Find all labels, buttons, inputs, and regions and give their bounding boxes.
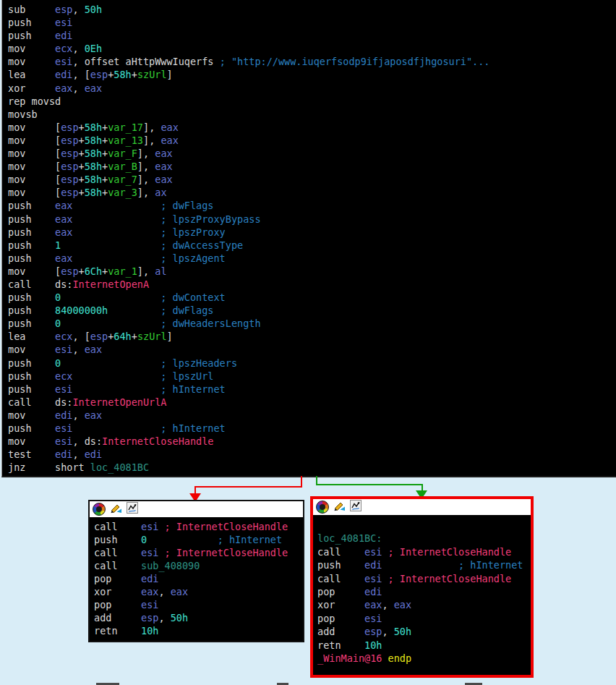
code-line[interactable]: loc_4081BC: [317, 532, 531, 545]
basic-block-main[interactable]: sub esp, 50hpush esipush edimov ecx, 0Eh… [1, 0, 616, 477]
code-line[interactable]: push 0 ; dwContext [8, 291, 616, 304]
edge-false-branch-h [194, 486, 302, 488]
code-line[interactable]: call esi ; InternetCloseHandle [94, 546, 303, 559]
basic-block-loc-4081BC-selected[interactable]: loc_4081BC:call esi ; InternetCloseHandl… [310, 496, 534, 678]
code-line[interactable]: push edi [8, 29, 616, 42]
code-line[interactable]: rep movsd [8, 95, 616, 108]
code-line[interactable]: push 0 ; lpszHeaders [8, 357, 616, 370]
group-node-icon[interactable] [127, 502, 138, 516]
code-line[interactable]: push eax ; lpszProxyBypass [8, 213, 616, 226]
disassembly-code-fallthrough: call esi ; InternetCloseHandlepush 0 ; h… [90, 518, 303, 641]
node-titlebar[interactable] [313, 499, 531, 516]
code-line[interactable]: push eax ; lpszAgent [8, 252, 616, 265]
code-line[interactable]: push 84000000h ; dwFlags [8, 304, 616, 317]
code-line[interactable]: mov [esp+58h+var_3], ax [8, 186, 616, 199]
code-line[interactable]: mov [esp+6Ch+var_1], al [8, 265, 616, 278]
node-color-icon[interactable] [316, 501, 329, 514]
code-line[interactable]: lea edi, [esp+58h+szUrl] [8, 68, 616, 81]
code-line[interactable]: push 0 ; dwHeadersLength [8, 317, 616, 330]
code-line[interactable]: mov esi, offset aHttpWwwIuqerfs ; "http:… [8, 55, 616, 68]
code-line[interactable]: mov ecx, 0Eh [8, 42, 616, 55]
edit-node-icon[interactable] [333, 500, 346, 514]
code-line[interactable]: xor eax, eax [94, 585, 303, 598]
graph-view-canvas[interactable]: sub esp, 50hpush esipush edimov ecx, 0Eh… [0, 0, 616, 685]
code-line[interactable]: mov [esp+58h+var_7], eax [8, 173, 616, 186]
code-line[interactable]: push eax ; dwFlags [8, 199, 616, 212]
code-line[interactable]: sub esp, 50h [8, 3, 616, 16]
code-line[interactable]: retn 10h [317, 639, 531, 652]
code-line[interactable]: pop esi [94, 598, 303, 611]
code-line[interactable]: call ds:InternetOpenA [8, 278, 616, 291]
code-line[interactable]: mov esi, eax [8, 343, 616, 356]
code-line[interactable]: call esi ; InternetCloseHandle [94, 520, 303, 533]
code-line[interactable]: pop edi [317, 585, 531, 598]
code-line[interactable]: retn 10h [94, 624, 303, 637]
code-line[interactable]: xor eax, eax [8, 82, 616, 95]
code-line[interactable]: call esi ; InternetCloseHandle [317, 572, 531, 585]
group-node-icon[interactable] [350, 500, 362, 514]
code-line[interactable]: lea ecx, [esp+64h+szUrl] [8, 330, 616, 343]
edge-true-branch-h [316, 484, 423, 485]
code-line[interactable]: mov [esp+58h+var_13], eax [8, 134, 616, 147]
code-line[interactable]: push edi ; hInternet [317, 558, 531, 571]
code-line[interactable]: add esp, 50h [94, 611, 303, 624]
edit-node-icon[interactable] [110, 502, 122, 516]
basic-block-fallthrough[interactable]: call esi ; InternetCloseHandlepush 0 ; h… [88, 500, 304, 642]
code-line[interactable]: add esp, 50h [317, 625, 531, 638]
code-line[interactable]: push esi [8, 16, 616, 29]
code-line[interactable]: push esi ; hInternet [8, 422, 616, 435]
code-line[interactable]: test edi, edi [8, 448, 616, 461]
code-line[interactable]: call ds:InternetOpenUrlA [8, 396, 616, 409]
code-line[interactable]: _WinMain@16 endp [317, 652, 531, 665]
code-line[interactable]: call esi ; InternetCloseHandle [317, 545, 531, 558]
code-line[interactable]: mov edi, eax [8, 409, 616, 422]
code-line[interactable]: mov [esp+58h+var_B], eax [8, 160, 616, 173]
code-line[interactable]: pop esi [317, 612, 531, 625]
disassembly-code-loc-4081BC: loc_4081BC:call esi ; InternetCloseHandl… [313, 516, 531, 675]
node-titlebar[interactable] [90, 501, 303, 518]
code-line[interactable]: movsb [8, 108, 616, 121]
code-line[interactable]: jnz short loc_4081BC [8, 461, 616, 474]
code-line[interactable]: mov esi, ds:InternetCloseHandle [8, 435, 616, 448]
code-line[interactable]: xor eax, eax [317, 598, 531, 611]
node-color-icon[interactable] [93, 503, 106, 516]
code-line[interactable]: push esi ; hInternet [8, 383, 616, 396]
disassembly-code-main: sub esp, 50hpush esipush edimov ecx, 0Eh… [2, 0, 616, 474]
code-line[interactable]: call sub_408090 [94, 559, 303, 572]
code-line[interactable]: push ecx ; lpszUrl [8, 370, 616, 383]
code-line[interactable]: push eax ; lpszProxy [8, 226, 616, 239]
code-line[interactable]: push 1 ; dwAccessType [8, 239, 616, 252]
code-line[interactable] [317, 519, 531, 532]
code-line[interactable]: mov [esp+58h+var_17], eax [8, 121, 616, 134]
code-line[interactable]: mov [esp+58h+var_F], eax [8, 147, 616, 160]
code-line[interactable]: push 0 ; hInternet [94, 533, 303, 546]
code-line[interactable]: pop edi [94, 572, 303, 585]
